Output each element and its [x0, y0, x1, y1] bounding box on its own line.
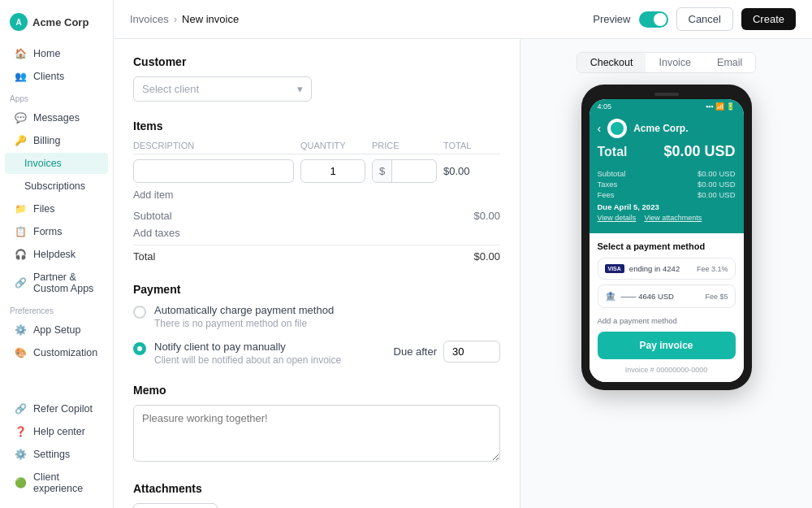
chevron-down-icon: ▾: [297, 83, 303, 95]
payment-option-manual-text: Notify client to pay manually Client wil…: [154, 341, 341, 366]
sidebar-label-invoices: Invoices: [24, 158, 62, 169]
sidebar-item-clients[interactable]: 👥 Clients: [5, 66, 108, 87]
create-button[interactable]: Create: [741, 8, 796, 30]
sidebar-item-forms[interactable]: 📋 Forms: [5, 221, 108, 242]
payment-auto-title: Automatically charge payment method: [154, 304, 334, 316]
phone-total-label: Total: [598, 145, 628, 159]
sidebar-label-messages: Messages: [33, 112, 80, 124]
phone-screen: 4:05 ▪▪▪ 📶 🔋 ‹ Acme Corp.: [590, 99, 744, 382]
topbar: Invoices › New invoice Preview Cancel Cr…: [114, 0, 812, 39]
refer-icon: 🔗: [15, 403, 27, 415]
price-col-header: PRICE: [372, 141, 437, 150]
tab-invoice[interactable]: Invoice: [646, 53, 704, 72]
phone-view-attachments[interactable]: View attachments: [644, 214, 702, 222]
phone-card-left: VISA ending in 4242: [605, 264, 680, 273]
phone-select-payment-title: Select a payment method: [598, 241, 736, 251]
sidebar-item-refer[interactable]: 🔗 Refer Copilot: [5, 398, 108, 419]
topbar-actions: Preview Cancel Create: [593, 7, 796, 31]
sidebar-label-helpdesk: Helpdesk: [33, 249, 76, 260]
description-input[interactable]: [133, 159, 294, 183]
sidebar-item-help[interactable]: ❓ Help center: [5, 421, 108, 442]
phone-taxes-value: $0.00 USD: [698, 180, 735, 189]
phone-card-fee: Fee 3.1%: [697, 265, 728, 273]
add-item-link[interactable]: Add item: [133, 189, 500, 201]
breadcrumb-invoices[interactable]: Invoices: [130, 13, 169, 25]
phone-pay-button[interactable]: Pay invoice: [598, 332, 736, 359]
phone-back-button[interactable]: ‹: [598, 122, 602, 135]
price-input-group: $: [372, 159, 437, 183]
payment-option-auto: Automatically charge payment method Ther…: [133, 304, 500, 329]
phone-logo-inner: [611, 122, 624, 135]
preview-toggle[interactable]: [639, 11, 668, 28]
phone-links: View details View attachments: [598, 214, 736, 225]
radio-manual[interactable]: [133, 342, 146, 355]
preview-tabs: Checkout Invoice Email: [577, 52, 757, 73]
phone-total-row: Total $0.00 USD: [598, 143, 736, 160]
customer-label: Customer: [133, 55, 500, 68]
sidebar-item-subscriptions[interactable]: Subscriptions: [5, 176, 108, 197]
phone-bank-method[interactable]: 🏦 —— 4646 USD Fee $5: [598, 284, 736, 308]
partner-icon: 🔗: [15, 277, 27, 289]
sidebar-item-settings[interactable]: ⚙️ Settings: [5, 444, 108, 465]
phone-bank-left: 🏦 —— 4646 USD: [605, 291, 674, 302]
phone-speaker: [654, 93, 679, 96]
phone-add-payment-method[interactable]: Add a payment method: [598, 313, 736, 332]
sidebar-label-home: Home: [33, 48, 60, 59]
memo-textarea[interactable]: [133, 405, 500, 462]
select-client[interactable]: Select client ▾: [133, 76, 312, 102]
sidebar-label-forms: Forms: [33, 226, 62, 237]
payment-section: Payment Automatically charge payment met…: [133, 283, 500, 366]
phone-status-bar: 4:05 ▪▪▪ 📶 🔋: [590, 99, 744, 114]
bank-icon: 🏦: [605, 291, 616, 302]
phone-taxes-label: Taxes: [598, 180, 618, 189]
due-after-group: Due after: [394, 341, 500, 363]
sidebar-label-refer: Refer Copilot: [33, 403, 93, 415]
preview-label: Preview: [593, 13, 630, 25]
files-icon: 📁: [15, 203, 27, 215]
items-label: Items: [133, 119, 500, 132]
sidebar-item-customization[interactable]: 🎨 Customization: [5, 342, 108, 363]
sidebar-item-client-experience[interactable]: 🟢 Client experience: [5, 467, 108, 499]
subtotal-label: Subtotal: [133, 210, 172, 222]
sidebar-item-partner[interactable]: 🔗 Partner & Custom Apps: [5, 267, 108, 299]
phone-due-date: Due April 5, 2023: [598, 200, 736, 214]
cancel-button[interactable]: Cancel: [676, 7, 733, 31]
sidebar-item-invoices[interactable]: Invoices: [5, 153, 108, 174]
phone-signal-icons: ▪▪▪ 📶 🔋: [706, 102, 736, 111]
tab-checkout[interactable]: Checkout: [577, 53, 646, 72]
phone-taxes-row: Taxes $0.00 USD: [598, 179, 736, 189]
phone-invoice-number: Invoice # 00000000-0000: [598, 366, 736, 374]
phone-subtotal-label: Subtotal: [598, 169, 626, 178]
upload-button[interactable]: ↑ Upload file: [133, 503, 218, 508]
sidebar-item-home[interactable]: 🏠 Home: [5, 43, 108, 64]
sidebar-item-messages[interactable]: 💬 Messages: [5, 107, 108, 128]
phone-fees-value: $0.00 USD: [698, 190, 735, 199]
price-input[interactable]: [392, 160, 433, 182]
sidebar-label-customization: Customization: [33, 347, 97, 358]
radio-auto[interactable]: [133, 306, 146, 319]
table-row: $ $0.00: [133, 159, 500, 183]
phone-view-details[interactable]: View details: [598, 214, 637, 222]
add-taxes-label: Add taxes: [133, 227, 180, 239]
company-name: Acme Corp: [32, 16, 89, 28]
visa-icon: VISA: [605, 264, 624, 273]
customer-section: Customer Select client ▾: [133, 55, 500, 102]
phone-card-text: ending in 4242: [629, 264, 680, 273]
sidebar-logo[interactable]: A Acme Corp: [0, 8, 113, 42]
phone-card-method[interactable]: VISA ending in 4242 Fee 3.1%: [598, 258, 736, 280]
sidebar-item-helpdesk[interactable]: 🎧 Helpdesk: [5, 244, 108, 265]
add-taxes-row[interactable]: Add taxes: [133, 224, 500, 241]
sidebar-item-app-setup[interactable]: ⚙️ App Setup: [5, 319, 108, 341]
phone-fees-label: Fees: [598, 190, 615, 199]
app-setup-icon: ⚙️: [15, 324, 27, 336]
sidebar-item-billing[interactable]: 🔑 Billing: [5, 130, 108, 151]
preferences-label: Preferences: [0, 300, 113, 319]
price-symbol: $: [373, 160, 392, 182]
sidebar: A Acme Corp 🏠 Home 👥 Clients Apps 💬 Mess…: [0, 0, 114, 508]
sidebar-label-files: Files: [33, 203, 54, 215]
sidebar-item-files[interactable]: 📁 Files: [5, 198, 108, 219]
quantity-input[interactable]: [300, 159, 365, 183]
due-after-input[interactable]: [443, 341, 500, 363]
tab-email[interactable]: Email: [704, 53, 755, 72]
sidebar-label-partner: Partner & Custom Apps: [33, 271, 98, 294]
